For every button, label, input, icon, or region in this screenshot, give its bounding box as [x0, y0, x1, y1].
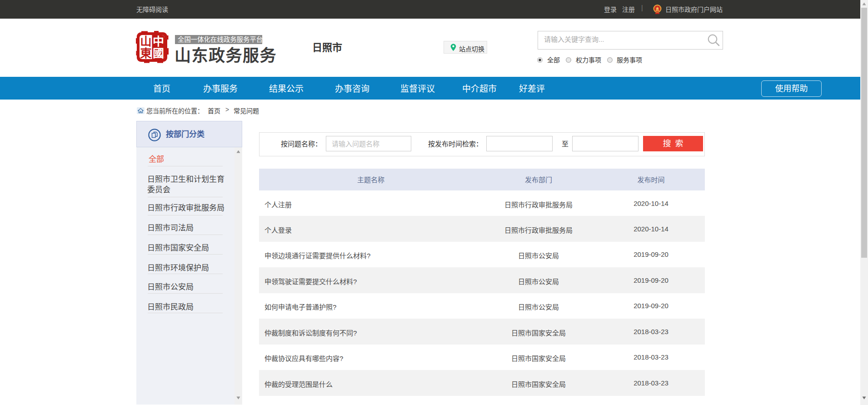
svg-text:中: 中 — [153, 35, 164, 48]
svg-text:國: 國 — [153, 47, 164, 60]
svg-text:山: 山 — [140, 35, 151, 48]
svg-text:東: 東 — [140, 47, 151, 60]
